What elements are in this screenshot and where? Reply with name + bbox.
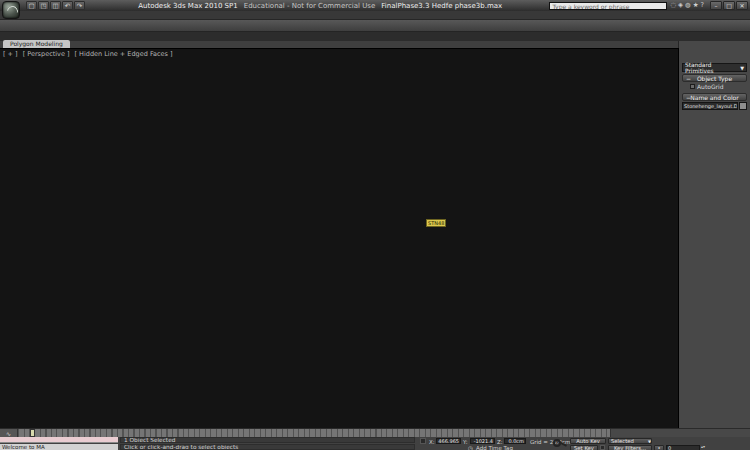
selection-count-text: 1 Object Selected [120, 437, 415, 443]
open-file-icon[interactable]: ◳ [38, 1, 49, 10]
ribbon-panel-strip: Polygon Modeling [0, 41, 678, 49]
search-icon[interactable]: ◌ [670, 1, 676, 10]
window-controls: –□✕ [710, 1, 748, 10]
autogrid-row: AutoGrid [682, 82, 747, 90]
key-mode-toggle-button[interactable]: • [654, 445, 664, 450]
auto-key-button[interactable]: Auto Key [570, 438, 606, 444]
quick-access-toolbar: ▢◳◫↶↷ [26, 1, 85, 10]
ribbon-tab-bar [0, 32, 750, 41]
key-filters-button[interactable]: Key Filters... [608, 445, 652, 450]
collapse-icon: − [686, 94, 691, 101]
x-coord-field[interactable]: 466.965 [436, 438, 461, 444]
restore-button[interactable]: □ [723, 1, 735, 10]
main-toolbar [0, 20, 750, 32]
object-color-swatch[interactable] [739, 102, 747, 110]
chevron-down-icon: ▼ [648, 439, 651, 444]
viewport-menu-plus[interactable]: [ + ] [3, 50, 18, 58]
name-color-rollout-header[interactable]: − Name and Color [682, 93, 747, 101]
keyable-filter-value: Selected [611, 438, 634, 444]
app-title: Autodesk 3ds Max 2010 SP1 [138, 2, 238, 10]
z-coord-field[interactable]: 0.0cm [504, 438, 526, 444]
communication-center-icon[interactable]: ◍ [685, 1, 691, 10]
3ds-max-window: ▢◳◫↶↷ Autodesk 3ds Max 2010 SP1 Educatio… [0, 0, 750, 450]
undo-icon[interactable]: ↶ [62, 1, 73, 10]
keyable-filter-dropdown[interactable]: Selected ▼ [608, 438, 652, 444]
help-icon[interactable]: ? [701, 1, 704, 10]
maxscript-macro-recorder[interactable] [0, 437, 118, 443]
object-name-field[interactable]: Stonehenge_layout.DWG [682, 102, 738, 110]
prompt-line: Click or click-and-drag to select object… [120, 444, 415, 450]
autogrid-label: AutoGrid [697, 83, 724, 90]
object-tooltip: STN48 [426, 219, 446, 227]
redo-icon[interactable]: ↷ [74, 1, 85, 10]
create-category-row [682, 52, 747, 62]
current-frame-field[interactable]: 0 [666, 445, 700, 450]
z-coord-label: Z: [497, 439, 503, 445]
collapse-icon: − [686, 75, 691, 82]
y-coord-field[interactable]: -1021.4 [470, 438, 495, 444]
maxscript-mini-listener[interactable]: Welcome to MA [0, 444, 118, 450]
window-title: Autodesk 3ds Max 2010 SP1 Educational - … [91, 2, 549, 10]
object-name-row: Stonehenge_layout.DWG [682, 102, 747, 110]
time-slider-handle[interactable] [30, 429, 35, 437]
status-bar: Welcome to MA 1 Object Selected Click or… [0, 437, 750, 450]
autogrid-checkbox[interactable] [690, 84, 695, 89]
object-type-rollout-header[interactable]: − Object Type [682, 74, 747, 82]
viewport-shading-menu[interactable]: [ Hidden Line + Edged Faces ] [75, 50, 173, 58]
set-key-button[interactable]: Set Key [570, 445, 598, 450]
new-scene-icon[interactable]: ▢ [26, 1, 37, 10]
polygon-modeling-panel-tab[interactable]: Polygon Modeling [3, 40, 70, 48]
lock-icon [600, 445, 605, 450]
save-file-icon[interactable]: ◫ [50, 1, 61, 10]
timeline-ruler[interactable] [18, 429, 610, 437]
x-coord-label: X: [429, 439, 435, 445]
stonehenge-wireframe-scene[interactable] [0, 49, 678, 428]
subscription-center-icon[interactable]: ◈ [678, 1, 683, 10]
viewport-navigation-controls [720, 437, 749, 450]
infocenter-icons: ◌◈◍★? [670, 1, 704, 10]
command-panel-tabs [682, 42, 747, 52]
license-text: Educational - Not for Commercial Use [244, 2, 376, 10]
track-bar-right-panel [610, 429, 750, 437]
minimize-button[interactable]: – [710, 1, 722, 10]
title-bar: ▢◳◫↶↷ Autodesk 3ds Max 2010 SP1 Educatio… [0, 0, 750, 11]
close-button[interactable]: ✕ [736, 1, 748, 10]
selection-lock-toggle[interactable] [420, 438, 426, 444]
y-coord-label: Y: [463, 439, 467, 445]
mini-curve-editor-button[interactable]: ∿ [0, 429, 18, 437]
favorites-icon[interactable]: ★ [693, 1, 699, 10]
infocenter-search-input[interactable]: Type a keyword or phrase [549, 2, 667, 10]
name-color-rollout-label: Name and Color [690, 94, 738, 101]
primitive-category-dropdown[interactable]: Standard Primitives ▼ [682, 63, 747, 72]
menu-bar [0, 11, 750, 20]
primitive-category-value: Standard Primitives [685, 62, 740, 74]
command-panel: Standard Primitives ▼ − Object Type Auto… [678, 41, 750, 428]
object-type-rollout-label: Object Type [697, 75, 732, 82]
track-bar[interactable]: ∿ [0, 428, 750, 437]
viewport-label: [ + ] [ Perspective ] [ Hidden Line + Ed… [3, 50, 173, 58]
application-menu-button[interactable] [2, 1, 20, 19]
clock-icon: ◷ [468, 445, 473, 450]
add-time-tag-button[interactable]: Add Time Tag [476, 445, 513, 450]
chevron-down-icon: ▼ [740, 65, 744, 71]
document-name: FinalPhase3.3 Hedfe phase3b.max [381, 2, 502, 10]
frame-spinner[interactable]: ▴▾ [701, 444, 705, 449]
viewport-view-menu[interactable]: [ Perspective ] [23, 50, 70, 58]
key-icon [553, 439, 561, 447]
perspective-viewport[interactable]: [ + ] [ Perspective ] [ Hidden Line + Ed… [0, 49, 678, 428]
